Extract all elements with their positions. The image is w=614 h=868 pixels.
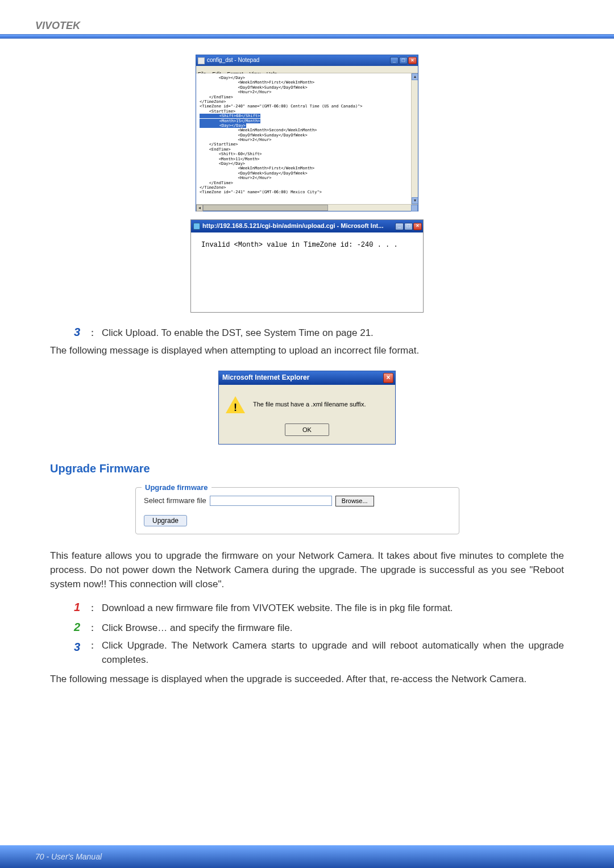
page-footer: 70 - User's Manual [0, 845, 614, 868]
minimize-button[interactable]: _ [390, 57, 399, 64]
notepad-textarea[interactable]: <Day></Day> <WeekInMonth>First</WeekInMo… [196, 73, 418, 204]
ok-button[interactable]: OK [285, 423, 329, 436]
notepad-titlebar[interactable]: config_dst - Notepad _ □ × [196, 55, 418, 66]
step-number-1: 1 [74, 599, 83, 616]
minimize-button[interactable]: _ [395, 223, 404, 230]
brand-logo: VIVOTEK [35, 20, 80, 31]
ie-icon [193, 223, 200, 230]
browse-button[interactable]: Browse... [335, 496, 374, 506]
step3-text: Click Upload. To enable the DST, see Sys… [102, 326, 374, 340]
step1-text: Download a new firmware file from VIVOTE… [102, 601, 453, 616]
success-paragraph: The following message is displayed when … [50, 672, 564, 687]
maximize-button[interactable]: □ [399, 57, 408, 64]
step-separator: ： [88, 326, 97, 340]
notepad-window: config_dst - Notepad _ □ × File Edit For… [196, 55, 418, 211]
scroll-right-icon[interactable] [411, 205, 418, 211]
error-message: The file must have a .xml filename suffi… [253, 400, 366, 409]
step-number-2: 2 [74, 619, 83, 636]
upload-titlebar[interactable]: http://192.168.5.121/cgi-bin/admin/uploa… [191, 220, 423, 232]
step-separator: ： [88, 639, 97, 653]
section-heading-upgrade: Upgrade Firmware [50, 460, 564, 477]
fieldset-legend: Upgrade firmware [142, 483, 211, 493]
step-number-3b: 3 [74, 639, 83, 655]
close-icon[interactable]: × [383, 373, 393, 383]
warning-icon: ! [226, 395, 245, 414]
horizontal-scrollbar[interactable]: ◂ [196, 204, 418, 211]
step2-text: Click Browse… and specify the firmware f… [102, 621, 292, 636]
close-button[interactable]: × [413, 223, 422, 230]
scroll-up-icon[interactable]: ▴ [412, 73, 418, 80]
scroll-thumb[interactable] [203, 205, 328, 211]
header-divider [0, 34, 614, 39]
upgrade-button[interactable]: Upgrade [144, 515, 187, 526]
step-separator: ： [88, 601, 97, 616]
upload-title-text: http://192.168.5.121/cgi-bin/admin/uploa… [202, 222, 383, 231]
notepad-title: config_dst - Notepad [207, 56, 259, 65]
step3b-text: Click Upgrade. The Network Camera starts… [102, 639, 564, 667]
firmware-file-label: Select firmware file [144, 496, 206, 506]
instruction-paragraph: The following message is displayed when … [50, 344, 564, 358]
error-dialog: Microsoft Internet Explorer × ! The file… [218, 371, 396, 445]
notepad-app-icon [198, 57, 205, 64]
notepad-menubar[interactable]: File Edit Format View Help [196, 66, 418, 73]
feature-description: This feature allows you to upgrade the f… [50, 549, 564, 591]
step-number-3: 3 [74, 324, 83, 340]
scroll-down-icon[interactable]: ▾ [412, 197, 418, 204]
upload-body: Invalid <Month> value in TimeZone id: -2… [191, 232, 423, 312]
step-separator: ： [88, 621, 97, 636]
footer-text: 70 - User's Manual [35, 852, 102, 861]
error-title: Microsoft Internet Explorer [222, 373, 309, 383]
error-titlebar[interactable]: Microsoft Internet Explorer × [219, 371, 395, 385]
maximize-button[interactable]: □ [404, 223, 413, 230]
close-button[interactable]: × [408, 57, 417, 64]
upgrade-fieldset: Upgrade firmware Select firmware file Br… [135, 487, 459, 535]
firmware-file-input[interactable] [210, 496, 332, 506]
vertical-scrollbar[interactable]: ▴ ▾ [411, 73, 418, 204]
scroll-left-icon[interactable]: ◂ [196, 205, 203, 211]
upload-result-window: http://192.168.5.121/cgi-bin/admin/uploa… [190, 219, 424, 313]
